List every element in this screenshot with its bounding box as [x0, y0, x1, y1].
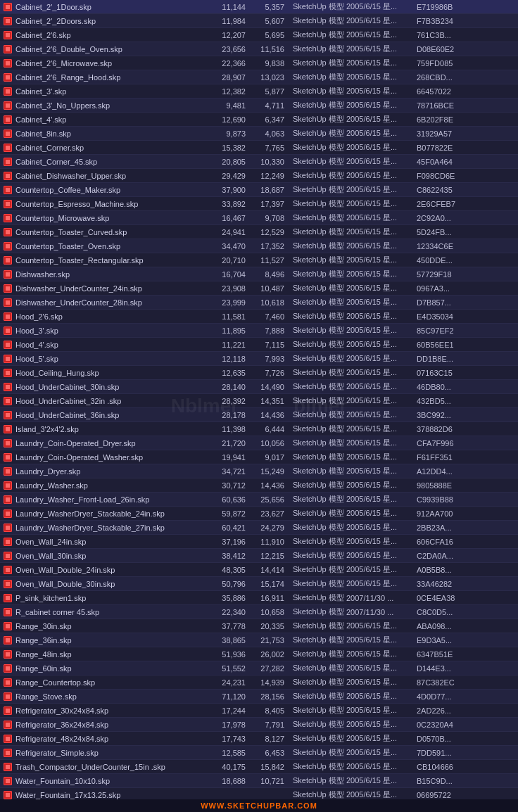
table-row[interactable]: Laundry_Coin-Operated_Dryer.skp 21,720 1… [0, 436, 518, 450]
table-row[interactable]: Refrigerator_48x24x84.skp 17,743 8,127 S… [0, 732, 518, 746]
file-type: SketchUp 模型 [290, 635, 346, 645]
table-row[interactable]: Hood_UnderCabinet_36in.skp 28,178 14,436… [0, 408, 518, 422]
file-date: 2005/6/15 星... [346, 227, 417, 237]
table-row[interactable]: Range_48in.skp 51,936 26,002 SketchUp 模型… [0, 647, 518, 661]
table-row[interactable]: Hood_Ceiling_Hung.skp 12,635 7,726 Sketc… [0, 366, 518, 380]
file-date: 2005/6/15 星... [346, 424, 417, 434]
file-type: SketchUp 模型 [290, 592, 346, 603]
table-row[interactable]: Laundry_Coin-Operated_Washer.skp 19,941 … [0, 450, 518, 464]
file-type: SketchUp 模型 [290, 410, 346, 420]
file-size1: 17,743 [213, 735, 251, 743]
file-name: Hood_2'6.skp [15, 312, 213, 321]
table-row[interactable]: Cabinet_2'6_Microwave.skp 22,366 9,838 S… [0, 56, 518, 70]
table-row[interactable]: Dishwasher_UnderCounter_28in.skp 23,999 … [0, 296, 518, 310]
file-hash: CB104666 [417, 763, 515, 771]
file-date: 2005/6/15 星... [346, 15, 417, 26]
file-icon [3, 481, 13, 490]
table-row[interactable]: R_cabinet corner 45.skp 22,340 10,658 Sk… [0, 605, 518, 619]
file-date: 2005/6/15 星... [346, 691, 417, 702]
table-row[interactable]: Cabinet_2'6.skp 12,207 5,695 SketchUp 模型… [0, 28, 518, 42]
table-row[interactable]: Refrigerator_30x24x84.skp 17,244 8,405 S… [0, 704, 518, 718]
file-name: Laundry_Coin-Operated_Washer.skp [15, 453, 213, 462]
table-row[interactable]: Hood_3'.skp 11,895 7,888 SketchUp 模型 200… [0, 324, 518, 338]
table-row[interactable]: Range_Stove.skp 71,120 28,156 SketchUp 模… [0, 690, 518, 704]
table-row[interactable]: Dishwasher_UnderCounter_24in.skp 23,908 … [0, 281, 518, 296]
file-size2: 5,607 [251, 17, 290, 25]
table-row[interactable]: Cabinet_8in.skp 9,873 4,063 SketchUp 模型 … [0, 127, 518, 141]
file-size2: 11,910 [251, 538, 290, 546]
table-row[interactable]: Countertop_Toaster_Oven.skp 34,470 17,35… [0, 239, 518, 253]
table-row[interactable]: Dishwasher.skp 16,704 8,496 SketchUp 模型 … [0, 267, 518, 281]
table-row[interactable]: Countertop_Coffee_Maker.skp 37,900 18,68… [0, 183, 518, 197]
table-row[interactable]: Island_3'2x4'2.skp 11,398 6,444 SketchUp… [0, 422, 518, 436]
table-row[interactable]: Hood_5'.skp 12,118 7,993 SketchUp 模型 200… [0, 352, 518, 366]
table-row[interactable]: Cabinet_2'_1Door.skp 11,144 5,357 Sketch… [0, 0, 518, 14]
table-row[interactable]: Trash_Compactor_UnderCounter_15in .skp 4… [0, 760, 518, 774]
file-date: 2005/6/15 星... [346, 114, 417, 125]
table-row[interactable]: Laundry_Dryer.skp 34,721 15,249 SketchUp… [0, 464, 518, 478]
file-type: SketchUp 模型 [290, 381, 346, 392]
table-row[interactable]: Cabinet_Dishwasher_Upper.skp 29,429 12,2… [0, 169, 518, 183]
table-row[interactable]: Cabinet_2'_2Doors.skp 11,984 5,607 Sketc… [0, 14, 518, 28]
table-row[interactable]: Laundry_WasherDryer_Stackable_24in.skp 5… [0, 507, 518, 521]
file-hash: 7DD591... [417, 749, 515, 757]
file-size2: 16,911 [251, 594, 290, 602]
file-hash: 46DB80... [417, 383, 515, 391]
file-name: Refrigerator_48x24x84.skp [15, 735, 213, 743]
table-row[interactable]: Countertop_Espresso_Machine.skp 33,892 1… [0, 197, 518, 211]
table-row[interactable]: Hood_UnderCabinet_32in .skp 28,392 14,35… [0, 394, 518, 408]
table-row[interactable]: Countertop_Toaster_Rectangular.skp 20,71… [0, 253, 518, 267]
file-size2: 14,490 [251, 383, 290, 391]
file-size1: 48,305 [213, 566, 251, 574]
table-row[interactable]: Cabinet_4'.skp 12,690 6,347 SketchUp 模型 … [0, 113, 518, 127]
file-name: Trash_Compactor_UnderCounter_15in .skp [15, 763, 213, 771]
file-name: Cabinet_Corner.skp [15, 144, 213, 152]
file-size1: 11,895 [213, 326, 251, 335]
table-row[interactable]: Hood_UnderCabinet_30in.skp 28,140 14,490… [0, 380, 518, 394]
file-size1: 11,984 [213, 17, 251, 25]
file-size1: 12,118 [213, 355, 251, 363]
table-row[interactable]: Oven_Wall_24in.skp 37,196 11,910 SketchU… [0, 535, 518, 549]
table-row[interactable]: Oven_Wall_30in.skp 38,412 12,215 SketchU… [0, 549, 518, 563]
table-row[interactable]: Cabinet_3'.skp 12,382 5,877 SketchUp 模型 … [0, 84, 518, 99]
table-row[interactable]: Laundry_Washer_Front-Load_26in.skp 60,63… [0, 493, 518, 507]
table-row[interactable]: Cabinet_3'_No_Uppers.skp 9,481 4,711 Ske… [0, 99, 518, 113]
file-date: 2005/6/15 星... [346, 30, 417, 40]
table-row[interactable]: Range_36in.skp 38,865 21,753 SketchUp 模型… [0, 633, 518, 647]
table-row[interactable]: Laundry_Washer.skp 30,712 14,436 SketchU… [0, 478, 518, 493]
table-row[interactable]: Laundry_WasherDryer_Stackable_27in.skp 6… [0, 521, 518, 535]
table-row[interactable]: Range_Countertop.skp 24,231 14,939 Sketc… [0, 675, 518, 690]
file-name: Oven_Wall_Double_24in.skp [15, 566, 213, 574]
file-size1: 11,144 [213, 3, 251, 11]
table-row[interactable]: Refrigerator_Simple.skp 12,585 6,453 Ske… [0, 746, 518, 760]
file-size1: 35,886 [213, 594, 251, 602]
table-row[interactable]: Refrigerator_36x24x84.skp 17,978 7,791 S… [0, 718, 518, 732]
table-row[interactable]: P_sink_kitchen1.skp 35,886 16,911 Sketch… [0, 591, 518, 605]
file-type: SketchUp 模型 [290, 297, 346, 307]
file-type: SketchUp 模型 [290, 86, 346, 96]
table-row[interactable]: Countertop_Toaster_Curved.skp 24,941 12,… [0, 225, 518, 239]
file-name: R_cabinet corner 45.skp [15, 608, 213, 616]
file-hash: 606CFA16 [417, 538, 515, 546]
table-row[interactable]: Range_60in.skp 51,552 27,282 SketchUp 模型… [0, 661, 518, 675]
file-size1: 9,481 [213, 101, 251, 110]
file-size2: 12,215 [251, 552, 290, 560]
file-type: SketchUp 模型 [290, 283, 346, 293]
table-row[interactable]: Countertop_Microwave.skp 16,467 9,708 Sk… [0, 211, 518, 225]
table-row[interactable]: Cabinet_Corner.skp 15,382 7,765 SketchUp… [0, 141, 518, 155]
file-icon [3, 199, 13, 209]
table-row[interactable]: Cabinet_Corner_45.skp 20,805 10,330 Sket… [0, 155, 518, 169]
file-icon [3, 157, 13, 167]
table-row[interactable]: Oven_Wall_Double_24in.skp 48,305 14,414 … [0, 563, 518, 577]
table-row[interactable]: Range_30in.skp 37,778 20,335 SketchUp 模型… [0, 619, 518, 633]
file-icon [3, 537, 13, 547]
file-icon [3, 678, 13, 687]
table-row[interactable]: Oven_Wall_Double_30in.skp 50,796 15,174 … [0, 577, 518, 591]
table-row[interactable]: Hood_2'6.skp 11,581 7,460 SketchUp 模型 20… [0, 310, 518, 324]
table-row[interactable]: Water_Fountain_10x10.skp 18,688 10,721 S… [0, 774, 518, 788]
table-row[interactable]: Cabinet_2'6_Double_Oven.skp 23,656 11,51… [0, 42, 518, 56]
file-name: Cabinet_8in.skp [15, 129, 213, 138]
table-row[interactable]: Cabinet_2'6_Range_Hood.skp 28,907 13,023… [0, 70, 518, 84]
file-date: 2005/6/15 星... [346, 297, 417, 307]
table-row[interactable]: Hood_4'.skp 11,221 7,115 SketchUp 模型 200… [0, 338, 518, 352]
